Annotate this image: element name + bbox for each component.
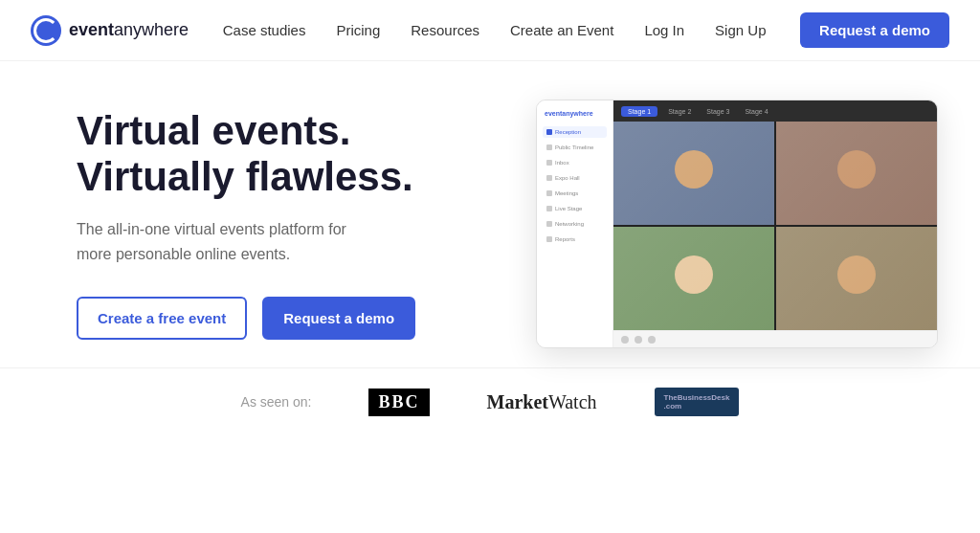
marketwatch-logo: MarketWatch	[487, 391, 597, 413]
app-mockup: eventanywhere Reception Public Timeline …	[536, 100, 938, 348]
as-seen-on-section: As seen on: BBC MarketWatch TheBusinessD…	[0, 367, 980, 435]
request-demo-button[interactable]: Request a demo	[800, 12, 949, 48]
logo-icon	[31, 15, 61, 46]
hero-title: Virtual events. Virtually flawless.	[77, 108, 479, 201]
app-controls	[613, 330, 937, 347]
nav-links: Case studies Pricing Resources Create an…	[223, 22, 767, 38]
nav-login[interactable]: Log In	[644, 22, 684, 38]
sidebar-item-expo: Expo Hall	[543, 172, 607, 184]
app-topbar: Stage 1 Stage 2 Stage 3 Stage 4	[613, 100, 937, 122]
sidebar-item-reception: Reception	[543, 126, 607, 138]
nav-pricing[interactable]: Pricing	[336, 22, 380, 38]
meetings-icon	[546, 190, 552, 196]
video-grid	[613, 122, 937, 330]
networking-icon	[546, 221, 552, 227]
live-icon	[546, 206, 552, 211]
as-seen-on-label: As seen on:	[241, 394, 312, 410]
tab-stage2: Stage 2	[663, 106, 696, 117]
participant-face-2	[837, 150, 876, 189]
logo-text: eventanywhere	[69, 20, 189, 40]
sidebar-item-inbox: Inbox	[543, 157, 607, 168]
ctrl-dot-2	[635, 336, 642, 344]
hero-request-demo-button[interactable]: Request a demo	[262, 297, 415, 340]
hero-image: eventanywhere Reception Public Timeline …	[536, 100, 938, 348]
nav-resources[interactable]: Resources	[411, 22, 479, 38]
app-main: Stage 1 Stage 2 Stage 3 Stage 4	[613, 100, 937, 347]
tab-stage3: Stage 3	[702, 106, 734, 117]
sidebar-item-networking: Networking	[543, 218, 607, 230]
sidebar-item-meetings: Meetings	[543, 188, 607, 199]
video-cell-4	[776, 227, 937, 330]
app-content	[613, 122, 937, 330]
reception-icon	[546, 129, 552, 135]
bbc-logo: BBC	[368, 389, 429, 416]
hero-buttons: Create a free event Request a demo	[77, 297, 479, 340]
nav-create-event[interactable]: Create an Event	[510, 22, 613, 38]
video-cell-1	[613, 122, 774, 225]
inbox-icon	[546, 160, 552, 166]
ctrl-dot-3	[648, 336, 656, 344]
expo-icon	[546, 175, 552, 181]
participant-face-4	[837, 255, 876, 294]
video-cell-2	[776, 122, 937, 225]
create-free-event-button[interactable]: Create a free event	[77, 297, 247, 340]
sidebar-item-reports: Reports	[543, 233, 607, 245]
hero-section: Virtual events. Virtually flawless. The …	[0, 61, 980, 367]
participant-face-3	[675, 255, 713, 294]
hero-content: Virtual events. Virtually flawless. The …	[77, 108, 479, 341]
hero-subtitle: The all-in-one virtual events platform f…	[77, 217, 383, 266]
reports-icon	[546, 236, 552, 242]
app-sidebar-logo: eventanywhere	[543, 110, 607, 117]
tab-stage4: Stage 4	[740, 106, 772, 117]
nav-case-studies[interactable]: Case studies	[223, 22, 306, 38]
sidebar-item-timeline: Public Timeline	[543, 142, 607, 153]
sidebar-item-live: Live Stage	[543, 203, 607, 214]
video-cell-3	[613, 227, 774, 330]
active-tab: Stage 1	[621, 106, 657, 117]
businessdesk-logo: TheBusinessDesk .com	[655, 388, 740, 416]
ctrl-dot-1	[621, 336, 629, 344]
brand-logo[interactable]: eventanywhere	[31, 15, 189, 46]
app-sidebar: eventanywhere Reception Public Timeline …	[537, 100, 613, 347]
participant-face-1	[675, 150, 713, 189]
nav-signup[interactable]: Sign Up	[715, 22, 766, 38]
navbar: eventanywhere Case studies Pricing Resou…	[0, 0, 980, 61]
timeline-icon	[546, 144, 552, 150]
